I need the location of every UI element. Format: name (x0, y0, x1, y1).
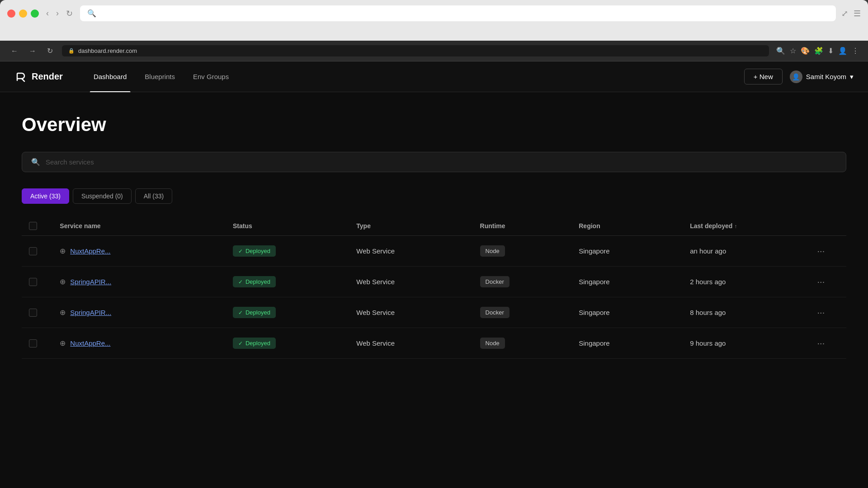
back-button[interactable]: ‹ (44, 7, 51, 20)
search-input[interactable] (46, 158, 837, 166)
status-badge-0: ✓ Deployed (233, 245, 276, 257)
globe-icon: ⊕ (60, 308, 66, 317)
globe-icon: ⊕ (60, 277, 66, 286)
row-checkbox-1[interactable] (29, 278, 37, 286)
services-table: Service name Status Type Runtime Region … (22, 216, 846, 359)
search-icon: 🔍 (31, 158, 40, 166)
service-link-0[interactable]: NuxtAppRe... (70, 247, 110, 255)
nav-link-dashboard[interactable]: Dashboard (85, 61, 136, 92)
globe-icon: ⊕ (60, 339, 66, 347)
user-avatar: 👤 (790, 70, 802, 83)
deployed-2: 8 hours ago (683, 297, 806, 328)
tab-suspended[interactable]: Suspended (0) (73, 188, 132, 204)
top-nav: Render Dashboard Blueprints Env Groups +… (0, 61, 868, 92)
deployed-3: 9 hours ago (683, 328, 806, 359)
region-3: Singapore (571, 328, 683, 359)
status-badge-3: ✓ Deployed (233, 338, 276, 349)
region-0: Singapore (571, 236, 683, 267)
minimize-button[interactable] (19, 9, 27, 18)
close-button[interactable] (7, 9, 15, 18)
col-header-type: Type (349, 216, 472, 236)
deployed-0: an hour ago (683, 236, 806, 267)
url-text: dashboard.render.com (78, 47, 137, 54)
row-checkbox-3[interactable] (29, 339, 37, 347)
expand-icon[interactable]: ⤢ (841, 9, 848, 19)
more-actions-0[interactable]: ··· (814, 244, 829, 258)
more-actions-3[interactable]: ··· (814, 336, 829, 350)
table-row: ⊕ NuxtAppRe... ✓ Deployed Web Service No… (22, 328, 846, 359)
runtime-badge-3: Node (480, 338, 505, 349)
table-row: ⊕ NuxtAppRe... ✓ Deployed Web Service No… (22, 236, 846, 267)
more-actions-2[interactable]: ··· (814, 305, 829, 319)
logo-text: Render (32, 71, 63, 82)
refresh-button[interactable]: ↻ (64, 7, 75, 20)
type-2: Web Service (349, 297, 472, 328)
filter-tabs: Active (33) Suspended (0) All (33) (22, 188, 846, 204)
runtime-badge-0: Node (480, 245, 505, 257)
col-header-runtime: Runtime (473, 216, 572, 236)
check-icon: ✓ (238, 248, 243, 254)
url-bar[interactable]: 🔒 dashboard.render.com (62, 45, 769, 56)
runtime-badge-1: Docker (480, 276, 509, 287)
os-back-button[interactable]: ← (9, 45, 20, 57)
row-checkbox-0[interactable] (29, 247, 37, 255)
maximize-button[interactable] (31, 9, 39, 18)
col-header-actions (807, 216, 846, 236)
check-icon: ✓ (238, 279, 243, 285)
lock-icon: 🔒 (68, 48, 75, 54)
bookmark-icon[interactable]: ☆ (790, 47, 796, 55)
check-icon: ✓ (238, 340, 243, 347)
os-refresh-button[interactable]: ↻ (45, 45, 55, 57)
menu-icon[interactable]: ☰ (854, 9, 861, 19)
logo[interactable]: Render (14, 70, 63, 83)
row-checkbox-2[interactable] (29, 309, 37, 317)
tab-all[interactable]: All (33) (135, 188, 172, 204)
browser-actions: ⤢ ☰ (841, 9, 861, 19)
col-header-name: Service name (52, 216, 226, 236)
select-all-checkbox[interactable] (29, 222, 37, 230)
table-row: ⊕ SpringAPIR... ✓ Deployed Web Service D… (22, 267, 846, 297)
service-link-1[interactable]: SpringAPIR... (70, 278, 111, 286)
globe-icon: ⊕ (60, 247, 66, 255)
type-0: Web Service (349, 236, 472, 267)
col-header-deployed[interactable]: Last deployed ↑ (683, 216, 806, 236)
profile-icon[interactable]: 🎨 (801, 47, 810, 55)
address-bar[interactable]: 🔍 (80, 5, 836, 21)
chevron-down-icon: ▾ (850, 73, 854, 81)
search-bar: 🔍 (22, 152, 846, 172)
user-profile-icon[interactable]: 👤 (838, 47, 847, 55)
extension-icon[interactable]: 🧩 (814, 47, 823, 55)
tab-active[interactable]: Active (33) (22, 188, 69, 204)
status-badge-2: ✓ Deployed (233, 307, 276, 318)
type-1: Web Service (349, 267, 472, 297)
table-row: ⊕ SpringAPIR... ✓ Deployed Web Service D… (22, 297, 846, 328)
more-actions-1[interactable]: ··· (814, 275, 829, 289)
download-icon[interactable]: ⬇ (828, 47, 834, 55)
main-content: Overview 🔍 Active (33) Suspended (0) All… (0, 92, 868, 488)
col-header-status: Status (226, 216, 349, 236)
user-menu[interactable]: 👤 Samit Koyom ▾ (790, 70, 854, 83)
new-button[interactable]: + New (744, 69, 783, 84)
page-title: Overview (22, 114, 846, 136)
zoom-icon[interactable]: 🔍 (776, 47, 785, 55)
check-icon: ✓ (238, 310, 243, 316)
nav-link-env-groups[interactable]: Env Groups (184, 61, 238, 92)
user-name: Samit Koyom (806, 73, 846, 80)
deployed-1: 2 hours ago (683, 267, 806, 297)
nav-links: Dashboard Blueprints Env Groups (85, 61, 744, 92)
status-badge-1: ✓ Deployed (233, 276, 276, 287)
col-header-region: Region (571, 216, 683, 236)
os-forward-button[interactable]: → (27, 45, 38, 57)
sort-arrow-icon: ↑ (734, 223, 737, 230)
runtime-badge-2: Docker (480, 307, 509, 318)
region-1: Singapore (571, 267, 683, 297)
settings-icon[interactable]: ⋮ (852, 47, 859, 55)
service-link-3[interactable]: NuxtAppRe... (70, 339, 110, 347)
region-2: Singapore (571, 297, 683, 328)
forward-button[interactable]: › (54, 7, 61, 20)
search-icon: 🔍 (87, 9, 96, 18)
service-link-2[interactable]: SpringAPIR... (70, 309, 111, 316)
nav-link-blueprints[interactable]: Blueprints (136, 61, 184, 92)
type-3: Web Service (349, 328, 472, 359)
traffic-lights (7, 9, 39, 18)
